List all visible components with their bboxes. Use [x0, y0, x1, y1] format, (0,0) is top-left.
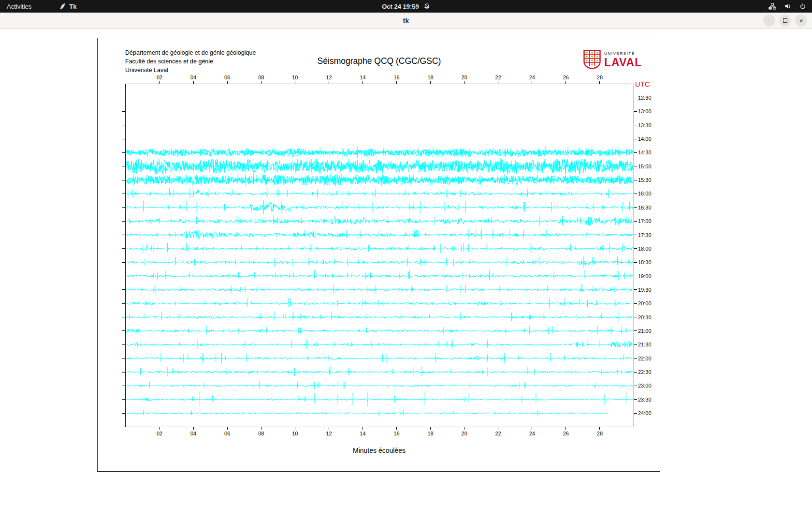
y-tick-right — [634, 358, 637, 359]
x-tick-top — [430, 81, 431, 84]
x-tick-label-bottom: 20 — [462, 431, 467, 436]
y-tick-left — [122, 289, 125, 290]
utc-time-label: 13:30 — [638, 122, 652, 128]
x-tick-label-bottom: 02 — [157, 431, 162, 436]
y-tick-left — [122, 221, 125, 222]
x-tick-top — [464, 81, 464, 84]
top-bar: Activities Tk Oct 24 19:59 — [0, 0, 812, 13]
department-line-3: Université Laval — [125, 66, 256, 75]
tk-canvas-frame: Département de géologie et de génie géol… — [97, 38, 660, 472]
x-tick-top — [396, 81, 397, 84]
minimize-button[interactable]: − — [763, 15, 775, 27]
x-tick-label-top: 18 — [427, 75, 433, 80]
y-tick-right — [634, 111, 637, 112]
utc-time-label: 20:30 — [638, 314, 652, 320]
y-tick-left — [122, 330, 125, 331]
x-tick-bottom — [193, 427, 194, 430]
clock-menu[interactable]: Oct 24 19:59 — [382, 0, 430, 13]
x-tick-bottom — [396, 427, 397, 430]
y-tick-right — [634, 386, 637, 386]
x-tick-label-bottom: 24 — [529, 431, 535, 436]
y-tick-left — [122, 303, 125, 304]
utc-time-label: 14:30 — [638, 149, 652, 155]
y-tick-right — [634, 125, 637, 125]
utc-label: UTC — [635, 80, 650, 88]
university-laval-logo: UNIVERSITÉ LAVAL — [583, 50, 642, 71]
activities-button[interactable]: Activities — [7, 3, 31, 10]
x-tick-bottom — [599, 427, 600, 430]
laval-logo-text: UNIVERSITÉ LAVAL — [604, 51, 642, 69]
utc-time-label: 23:30 — [638, 397, 652, 403]
x-tick-top — [362, 81, 363, 84]
utc-time-label: 16:30 — [638, 205, 652, 210]
x-tick-bottom — [329, 427, 329, 430]
utc-time-label: 17:00 — [638, 218, 652, 224]
maximize-button[interactable] — [779, 15, 791, 27]
y-tick-right — [634, 152, 637, 153]
y-tick-right — [634, 303, 637, 304]
y-tick-left — [122, 98, 125, 98]
utc-time-label: 22:30 — [638, 369, 652, 375]
y-tick-left — [122, 262, 125, 263]
x-tick-label-top: 22 — [495, 75, 501, 80]
x-tick-bottom — [362, 427, 363, 430]
seismogram-canvas — [126, 84, 634, 427]
x-tick-top — [599, 81, 600, 84]
window-title-bar: tk − × — [0, 13, 812, 29]
x-tick-label-top: 06 — [224, 75, 230, 80]
x-tick-label-top: 28 — [597, 75, 603, 80]
power-icon[interactable] — [799, 3, 806, 10]
app-indicator-tk[interactable]: Tk — [59, 3, 76, 10]
utc-time-label: 14:00 — [638, 136, 652, 142]
x-axis-label: Minutes écoulées — [125, 447, 633, 454]
x-tick-bottom — [160, 427, 160, 430]
y-tick-left — [122, 235, 125, 235]
utc-time-label: 20:00 — [638, 300, 652, 306]
utc-time-label: 19:30 — [638, 287, 652, 293]
utc-time-label: 21:30 — [638, 342, 652, 347]
y-tick-right — [634, 180, 637, 180]
laval-shield-icon — [583, 50, 601, 71]
x-tick-top — [227, 81, 228, 84]
utc-time-label: 15:00 — [638, 164, 652, 169]
x-tick-bottom — [295, 427, 295, 430]
y-tick-right — [634, 235, 637, 235]
x-tick-label-bottom: 10 — [292, 431, 298, 436]
minimize-icon: − — [767, 17, 771, 24]
x-tick-bottom — [227, 427, 228, 430]
x-tick-label-bottom: 22 — [495, 431, 501, 436]
y-tick-left — [122, 317, 125, 317]
tk-app-icon — [59, 3, 66, 10]
x-tick-bottom — [261, 427, 261, 430]
maximize-icon — [783, 18, 787, 23]
x-tick-label-bottom: 06 — [224, 431, 230, 436]
x-tick-label-bottom: 12 — [326, 431, 332, 436]
y-tick-right — [634, 317, 637, 317]
x-tick-label-top: 08 — [258, 75, 264, 80]
x-tick-bottom — [566, 427, 566, 430]
y-tick-right — [634, 221, 637, 222]
volume-icon[interactable] — [784, 3, 792, 10]
x-tick-top — [566, 81, 566, 84]
x-tick-label-bottom: 04 — [190, 431, 196, 436]
utc-time-label: 22:00 — [638, 356, 652, 361]
utc-time-label: 13:00 — [638, 108, 652, 114]
utc-time-label: 21:00 — [638, 328, 652, 334]
y-tick-left — [122, 248, 125, 249]
x-tick-bottom — [498, 427, 498, 430]
x-tick-label-bottom: 28 — [597, 431, 603, 436]
y-tick-right — [634, 399, 637, 400]
utc-time-label: 24:00 — [638, 410, 652, 416]
y-tick-right — [634, 276, 637, 276]
system-status-area[interactable] — [768, 0, 806, 13]
utc-time-label: 16:00 — [638, 191, 652, 196]
network-icon[interactable] — [768, 3, 776, 10]
y-tick-left — [122, 413, 125, 414]
y-tick-left — [122, 399, 125, 400]
y-tick-right — [634, 248, 637, 249]
y-tick-left — [122, 372, 125, 373]
close-button[interactable]: × — [795, 15, 807, 27]
utc-time-label: 17:30 — [638, 232, 652, 238]
x-tick-top — [160, 81, 160, 84]
y-tick-left — [122, 276, 125, 276]
